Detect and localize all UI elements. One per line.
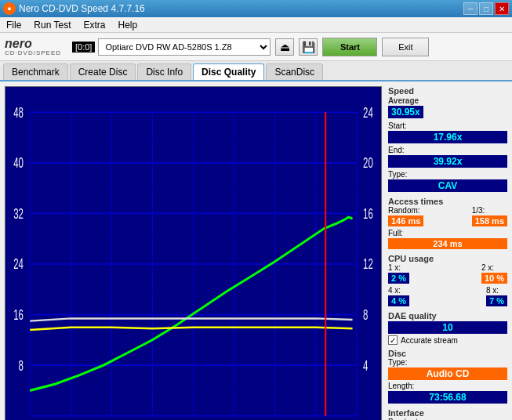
maximize-button[interactable]: □ [479, 2, 493, 15]
speed-section: Speed Average 30.95x Start: 17.96x End: … [388, 86, 507, 193]
speed-label: Speed [388, 86, 507, 96]
disc-label: Disc [388, 349, 507, 358]
average-value: 30.95x [388, 106, 423, 118]
tab-bar: Benchmark Create Disc Disc Info Disc Qua… [0, 61, 512, 81]
tab-scan-disc[interactable]: ScanDisc [266, 63, 323, 80]
svg-text:24: 24 [363, 104, 373, 120]
drive-selector: [0:0] Optiarc DVD RW AD-5280S 1.Z8 [72, 38, 271, 56]
cpu8x-label: 8 x: [486, 286, 507, 295]
start-value: 17.96x [388, 131, 507, 143]
exit-button[interactable]: Exit [382, 38, 429, 56]
access-times-label: Access times [388, 197, 507, 206]
svg-text:8: 8 [19, 357, 24, 373]
menu-run-test[interactable]: Run Test [31, 19, 74, 31]
drive-label: [0:0] [72, 42, 95, 52]
drive-dropdown[interactable]: Optiarc DVD RW AD-5280S 1.Z8 [98, 38, 271, 56]
dae-section: DAE quality 10 ✓ Accurate stream [388, 311, 507, 345]
cpu2x-label: 2 x: [481, 263, 507, 272]
access-times-section: Access times Random: 146 ms 1/3: 158 ms … [388, 197, 507, 250]
chart-svg: 48 40 32 24 16 8 24 20 16 12 8 4 0 10 20… [5, 87, 381, 420]
logo-nero: nero [5, 38, 61, 50]
menu-help[interactable]: Help [115, 19, 141, 31]
cpu2x-value: 10 % [481, 273, 507, 284]
cpu-usage-section: CPU usage 1 x: 2 % 2 x: 10 % 4 x: 4 % [388, 254, 507, 307]
interface-section: Interface Burst rate: 18 MB/s [388, 408, 507, 420]
start-label: Start: [388, 121, 407, 130]
right-panel: Speed Average 30.95x Start: 17.96x End: … [385, 83, 510, 420]
save-icon[interactable]: 💾 [299, 38, 318, 56]
cpu8x-value: 7 % [486, 295, 507, 306]
cpu4x-value: 4 % [388, 295, 409, 306]
svg-text:4: 4 [363, 357, 368, 373]
one-third-label: 1/3: [472, 206, 507, 215]
title-bar: ● Nero CD-DVD Speed 4.7.7.16 ─ □ ✕ [0, 0, 512, 17]
logo: nero CD·DVD/SPEED [5, 38, 61, 56]
dae-quality-value: 10 [388, 321, 507, 334]
menu-extra[interactable]: Extra [80, 19, 108, 31]
tab-create-disc[interactable]: Create Disc [70, 63, 136, 80]
accurate-stream-checkbox[interactable]: ✓ [388, 335, 398, 345]
svg-text:40: 40 [13, 155, 24, 171]
dae-quality-label: DAE quality [388, 311, 507, 320]
disc-length-value: 73:56.68 [388, 391, 507, 404]
accurate-stream-label: Accurate stream [401, 336, 458, 345]
chart-area: 48 40 32 24 16 8 24 20 16 12 8 4 0 10 20… [5, 86, 382, 420]
minimize-button[interactable]: ─ [463, 2, 478, 15]
logo-cddvd: CD·DVD/SPEED [5, 50, 61, 56]
one-third-value: 158 ms [472, 215, 507, 226]
app-icon: ● [3, 2, 16, 15]
start-button[interactable]: Start [322, 38, 377, 56]
svg-text:24: 24 [13, 256, 24, 272]
average-label: Average [388, 96, 423, 105]
disc-section: Disc Type: Audio CD Length: 73:56.68 [388, 349, 507, 404]
svg-text:32: 32 [13, 205, 24, 221]
close-button[interactable]: ✕ [495, 2, 509, 15]
random-label: Random: [388, 206, 423, 215]
cpu4x-label: 4 x: [388, 286, 409, 295]
end-label: End: [388, 146, 405, 154]
type-label: Type: [388, 170, 407, 179]
disc-type-label: Type: [388, 358, 507, 367]
eject-icon[interactable]: ⏏ [275, 38, 294, 56]
full-value: 234 ms [388, 238, 507, 249]
cpu1x-label: 1 x: [388, 263, 409, 272]
svg-text:12: 12 [363, 256, 373, 272]
menu-file[interactable]: File [3, 19, 24, 31]
full-label: Full: [388, 229, 507, 237]
svg-text:8: 8 [363, 306, 368, 322]
random-value: 146 ms [388, 215, 423, 226]
toolbar: nero CD·DVD/SPEED [0:0] Optiarc DVD RW A… [0, 33, 512, 61]
cpu-usage-label: CPU usage [388, 254, 507, 263]
type-value: CAV [388, 179, 507, 192]
svg-text:16: 16 [363, 205, 373, 221]
disc-length-label: Length: [388, 382, 507, 390]
tab-benchmark[interactable]: Benchmark [3, 63, 68, 80]
cpu1x-value: 2 % [388, 273, 409, 284]
end-value: 39.92x [388, 155, 507, 168]
svg-text:48: 48 [13, 104, 24, 120]
menu-bar: File Run Test Extra Help [0, 17, 512, 33]
tab-disc-quality[interactable]: Disc Quality [193, 63, 264, 80]
svg-text:16: 16 [13, 306, 24, 322]
tab-disc-info[interactable]: Disc Info [137, 63, 191, 80]
interface-label: Interface [388, 408, 507, 418]
svg-text:20: 20 [363, 155, 373, 171]
window-title: Nero CD-DVD Speed 4.7.7.16 [19, 3, 145, 14]
disc-type-value: Audio CD [388, 368, 507, 380]
